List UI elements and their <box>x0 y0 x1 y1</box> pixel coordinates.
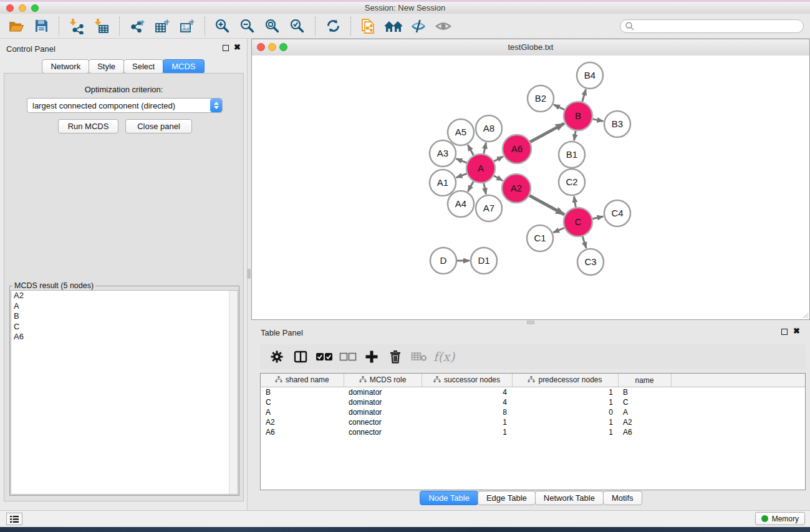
cell-predecessor-nodes[interactable]: 0 <box>512 407 618 417</box>
tab-style[interactable]: Style <box>89 59 124 74</box>
node-A5[interactable]: A5 <box>448 119 474 145</box>
node-A4[interactable]: A4 <box>448 191 474 217</box>
table-settings-button[interactable] <box>265 346 289 368</box>
node-A[interactable]: A <box>466 154 495 183</box>
cell-name[interactable]: A <box>618 407 671 417</box>
node-C2[interactable]: C2 <box>559 169 585 195</box>
edge-A-A8[interactable] <box>484 143 486 154</box>
result-item-a[interactable]: A <box>11 301 238 312</box>
edge-A-A2[interactable] <box>494 176 503 181</box>
cell-shared-name[interactable]: A6 <box>261 427 344 437</box>
result-item-b[interactable]: B <box>11 311 238 322</box>
column-header-shared-name[interactable]: shared name <box>261 374 344 387</box>
node-B3[interactable]: B3 <box>604 111 630 137</box>
export-table-button[interactable] <box>150 15 175 37</box>
tab-network[interactable]: Network <box>42 59 89 74</box>
node-B4[interactable]: B4 <box>577 62 603 89</box>
network-window-titlebar[interactable]: testGlobe.txt <box>252 39 809 56</box>
function-builder-button[interactable]: f(x) <box>433 349 455 364</box>
show-hide-graphics-button[interactable] <box>381 15 406 37</box>
column-header-MCDS-role[interactable]: MCDS role <box>344 374 422 387</box>
cell-successor-nodes[interactable]: 4 <box>422 397 512 407</box>
result-item-a6[interactable]: A6 <box>11 332 238 342</box>
edge-A-A1[interactable] <box>456 173 467 177</box>
cell-predecessor-nodes[interactable]: 1 <box>512 427 618 437</box>
edge-B-B1[interactable] <box>574 131 576 141</box>
edge-B-B3[interactable] <box>593 119 604 122</box>
deselect-all-button[interactable] <box>336 346 360 368</box>
zoom-selected-button[interactable] <box>285 15 310 37</box>
table-row[interactable]: A6connector11A6 <box>261 427 805 437</box>
table-float-panel-icon[interactable] <box>781 329 788 335</box>
hide-details-button[interactable] <box>406 15 431 37</box>
show-columns-button[interactable] <box>289 346 312 368</box>
table-close-panel-icon[interactable]: ✖ <box>793 327 800 336</box>
cell-shared-name[interactable]: A2 <box>261 417 344 427</box>
save-session-button[interactable] <box>29 15 54 37</box>
cell-MCDS-role[interactable]: connector <box>344 417 422 427</box>
zoom-in-button[interactable] <box>210 15 235 37</box>
import-network-button[interactable] <box>64 15 89 37</box>
panel-divider-handle[interactable] <box>247 269 251 279</box>
cell-MCDS-role[interactable]: dominator <box>344 387 422 398</box>
result-item-c[interactable]: C <box>11 322 238 332</box>
node-table[interactable]: shared nameMCDS rolesuccessor nodesprede… <box>260 373 806 490</box>
cell-successor-nodes[interactable]: 1 <box>422 417 512 427</box>
network-canvas[interactable]: AA1A2A3A4A5A6A7A8BB1B2B3B4CC1C2C3C4DD1 <box>252 56 809 319</box>
node-C3[interactable]: C3 <box>577 249 604 275</box>
tab-mcds[interactable]: MCDS <box>163 59 204 74</box>
memory-button[interactable]: Memory <box>755 512 805 525</box>
task-history-button[interactable] <box>6 513 22 525</box>
cell-MCDS-role[interactable]: connector <box>344 427 422 437</box>
close-panel-button[interactable]: Close panel <box>125 119 192 133</box>
zoom-fit-button[interactable] <box>260 15 285 37</box>
node-A2[interactable]: A2 <box>502 174 531 203</box>
tab-motifs[interactable]: Motifs <box>603 491 642 505</box>
edge-A2-C[interactable] <box>529 195 564 215</box>
node-B1[interactable]: B1 <box>559 142 585 168</box>
float-panel-icon[interactable] <box>223 45 229 51</box>
node-C1[interactable]: C1 <box>527 225 553 251</box>
edge-A-A3[interactable] <box>456 158 466 163</box>
cell-shared-name[interactable]: A <box>261 407 344 417</box>
cell-MCDS-role[interactable]: dominator <box>344 397 422 407</box>
cell-shared-name[interactable]: B <box>261 387 344 398</box>
cell-name[interactable]: A6 <box>618 427 671 437</box>
cell-successor-nodes[interactable]: 1 <box>422 427 512 437</box>
node-D[interactable]: D <box>430 248 456 274</box>
column-header-predecessor-nodes[interactable]: predecessor nodes <box>512 374 618 387</box>
zoom-out-button[interactable] <box>235 15 260 37</box>
search-box[interactable] <box>620 19 804 33</box>
cell-MCDS-role[interactable]: dominator <box>344 407 422 417</box>
node-A3[interactable]: A3 <box>430 140 456 167</box>
cell-successor-nodes[interactable]: 8 <box>422 407 512 417</box>
new-network-from-selection-button[interactable] <box>356 15 381 37</box>
table-row[interactable]: Bdominator41B <box>261 387 805 398</box>
node-C4[interactable]: C4 <box>604 200 630 226</box>
column-header-successor-nodes[interactable]: successor nodes <box>422 374 512 387</box>
edge-C-C3[interactable] <box>582 236 586 248</box>
cell-predecessor-nodes[interactable]: 1 <box>512 397 618 407</box>
node-A7[interactable]: A7 <box>476 195 502 221</box>
column-header-name[interactable]: name <box>618 374 671 387</box>
resize-grip-icon[interactable] <box>801 311 809 319</box>
run-mcds-button[interactable]: Run MCDS <box>58 119 118 133</box>
node-A6[interactable]: A6 <box>503 135 531 163</box>
cell-predecessor-nodes[interactable]: 1 <box>512 417 618 427</box>
table-row[interactable]: Cdominator41C <box>261 397 805 407</box>
node-D1[interactable]: D1 <box>471 248 497 274</box>
edge-B-B4[interactable] <box>582 89 586 102</box>
edge-A-A5[interactable] <box>468 145 473 155</box>
delete-column-button[interactable] <box>383 346 407 368</box>
result-item-a2[interactable]: A2 <box>11 291 238 301</box>
edge-C-C2[interactable] <box>574 196 576 208</box>
import-table-button[interactable] <box>89 15 114 37</box>
apply-layout-button[interactable] <box>321 15 345 37</box>
result-scrollbar-track[interactable] <box>229 291 238 494</box>
export-network-button[interactable] <box>125 15 150 37</box>
select-all-button[interactable] <box>312 346 336 368</box>
node-B[interactable]: B <box>564 102 592 130</box>
node-C[interactable]: C <box>564 208 592 236</box>
cell-name[interactable]: C <box>618 397 671 407</box>
open-session-button[interactable] <box>4 15 29 37</box>
